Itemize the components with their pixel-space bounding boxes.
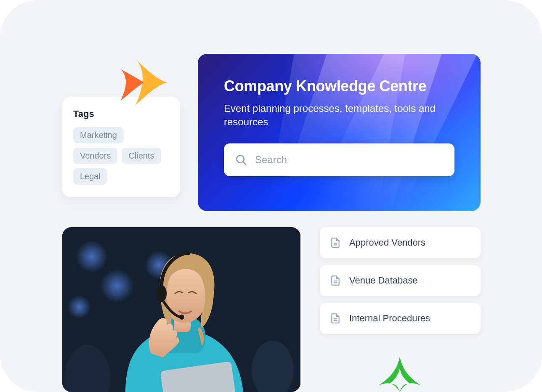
tag-chip-vendors[interactable]: Vendors [73,148,117,164]
document-list: Approved Vendors Venue Database Internal… [320,227,481,334]
tag-chip-clients[interactable]: Clients [122,148,161,164]
decorative-green-arrow-icon [379,357,421,392]
tag-chip-marketing[interactable]: Marketing [73,127,124,143]
hero-title: Company Knowledge Centre [224,77,454,95]
svg-line-1 [243,162,246,164]
doc-label: Venue Database [349,275,418,286]
search-bar[interactable] [224,143,454,176]
photo-tile [62,227,300,392]
tags-list: Marketing Vendors Clients Legal [73,127,169,185]
svg-point-11 [179,315,184,320]
tags-title: Tags [73,109,169,119]
document-icon [330,275,341,286]
document-icon [330,237,341,248]
search-input[interactable] [255,154,444,166]
knowledge-centre-hero: Company Knowledge Centre Event planning … [198,54,481,211]
doc-label: Internal Procedures [349,313,430,324]
svg-point-6 [67,295,91,319]
doc-label: Approved Vendors [349,237,425,248]
search-icon [235,154,247,166]
svg-point-4 [100,269,134,303]
hero-subtitle: Event planning processes, templates, too… [224,102,443,129]
doc-item-approved-vendors[interactable]: Approved Vendors [320,227,481,258]
svg-point-10 [157,285,167,302]
tag-chip-legal[interactable]: Legal [73,168,107,185]
document-icon [330,313,341,324]
page-canvas: Tags Marketing Vendors Clients Legal Com… [0,0,542,392]
doc-item-internal-procedures[interactable]: Internal Procedures [320,303,481,334]
doc-item-venue-database[interactable]: Venue Database [320,265,481,296]
decorative-arrows-icon [117,55,172,109]
svg-point-3 [76,241,108,273]
tags-card: Tags Marketing Vendors Clients Legal [62,97,180,197]
